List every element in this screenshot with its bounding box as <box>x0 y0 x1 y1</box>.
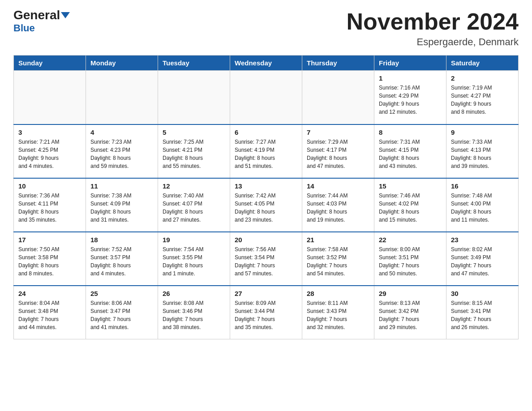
day-info: Sunrise: 7:19 AM Sunset: 4:27 PM Dayligh… <box>451 84 514 116</box>
day-number: 11 <box>90 182 153 190</box>
calendar-day-cell <box>14 71 86 124</box>
day-number: 8 <box>379 128 442 136</box>
calendar-day-cell: 10Sunrise: 7:36 AM Sunset: 4:11 PM Dayli… <box>14 178 86 232</box>
day-number: 20 <box>235 236 297 244</box>
day-number: 25 <box>90 290 153 297</box>
day-info: Sunrise: 7:46 AM Sunset: 4:02 PM Dayligh… <box>379 192 442 224</box>
calendar-day-cell <box>158 71 230 124</box>
day-info: Sunrise: 8:13 AM Sunset: 3:42 PM Dayligh… <box>379 299 442 331</box>
calendar-week-row: 3Sunrise: 7:21 AM Sunset: 4:25 PM Daylig… <box>14 124 519 178</box>
calendar-day-cell: 5Sunrise: 7:25 AM Sunset: 4:21 PM Daylig… <box>158 124 230 178</box>
month-title: November 2024 <box>347 9 519 34</box>
calendar-day-cell: 27Sunrise: 8:09 AM Sunset: 3:44 PM Dayli… <box>230 286 302 339</box>
day-info: Sunrise: 8:11 AM Sunset: 3:43 PM Dayligh… <box>307 299 369 331</box>
calendar-table: SundayMondayTuesdayWednesdayThursdayFrid… <box>13 55 519 339</box>
day-number: 26 <box>163 290 225 297</box>
day-info: Sunrise: 7:29 AM Sunset: 4:17 PM Dayligh… <box>307 138 369 170</box>
title-area: November 2024 Espergaerde, Denmark <box>347 9 519 48</box>
day-info: Sunrise: 7:21 AM Sunset: 4:25 PM Dayligh… <box>18 138 81 170</box>
calendar-day-cell <box>86 71 158 124</box>
calendar-day-cell: 3Sunrise: 7:21 AM Sunset: 4:25 PM Daylig… <box>14 124 86 178</box>
day-info: Sunrise: 7:25 AM Sunset: 4:21 PM Dayligh… <box>163 138 225 170</box>
calendar-day-cell: 25Sunrise: 8:06 AM Sunset: 3:47 PM Dayli… <box>86 286 158 339</box>
day-number: 6 <box>235 128 297 136</box>
day-of-week-header: Saturday <box>446 56 519 71</box>
day-info: Sunrise: 8:06 AM Sunset: 3:47 PM Dayligh… <box>90 299 153 331</box>
calendar-day-cell: 4Sunrise: 7:23 AM Sunset: 4:23 PM Daylig… <box>86 124 158 178</box>
logo-triangle-icon <box>61 12 70 18</box>
day-info: Sunrise: 7:38 AM Sunset: 4:09 PM Dayligh… <box>90 192 153 224</box>
day-info: Sunrise: 7:27 AM Sunset: 4:19 PM Dayligh… <box>235 138 297 170</box>
calendar-day-cell: 24Sunrise: 8:04 AM Sunset: 3:48 PM Dayli… <box>14 286 86 339</box>
day-info: Sunrise: 7:42 AM Sunset: 4:05 PM Dayligh… <box>235 192 297 224</box>
calendar-day-cell: 20Sunrise: 7:56 AM Sunset: 3:54 PM Dayli… <box>230 232 302 286</box>
day-of-week-header: Sunday <box>14 56 86 71</box>
page-header: General Blue November 2024 Espergaerde, … <box>13 9 519 48</box>
day-number: 3 <box>18 128 81 136</box>
calendar-week-row: 17Sunrise: 7:50 AM Sunset: 3:58 PM Dayli… <box>14 232 519 286</box>
calendar-day-cell: 28Sunrise: 8:11 AM Sunset: 3:43 PM Dayli… <box>302 286 374 339</box>
day-number: 1 <box>379 74 442 82</box>
day-number: 29 <box>379 290 442 297</box>
day-info: Sunrise: 8:04 AM Sunset: 3:48 PM Dayligh… <box>18 299 81 331</box>
day-info: Sunrise: 7:16 AM Sunset: 4:29 PM Dayligh… <box>379 84 442 116</box>
logo: General Blue <box>13 9 70 34</box>
day-info: Sunrise: 7:23 AM Sunset: 4:23 PM Dayligh… <box>90 138 153 170</box>
day-number: 28 <box>307 290 369 297</box>
day-number: 21 <box>307 236 369 244</box>
calendar-header-row: SundayMondayTuesdayWednesdayThursdayFrid… <box>14 56 519 71</box>
calendar-week-row: 10Sunrise: 7:36 AM Sunset: 4:11 PM Dayli… <box>14 178 519 232</box>
day-of-week-header: Monday <box>86 56 158 71</box>
day-number: 15 <box>379 182 442 190</box>
calendar-day-cell: 15Sunrise: 7:46 AM Sunset: 4:02 PM Dayli… <box>374 178 446 232</box>
day-info: Sunrise: 8:09 AM Sunset: 3:44 PM Dayligh… <box>235 299 297 331</box>
day-info: Sunrise: 7:40 AM Sunset: 4:07 PM Dayligh… <box>163 192 225 224</box>
calendar-day-cell: 13Sunrise: 7:42 AM Sunset: 4:05 PM Dayli… <box>230 178 302 232</box>
day-number: 9 <box>451 128 514 136</box>
day-number: 23 <box>451 236 514 244</box>
day-info: Sunrise: 8:15 AM Sunset: 3:41 PM Dayligh… <box>451 299 514 331</box>
day-number: 27 <box>235 290 297 297</box>
calendar-day-cell: 18Sunrise: 7:52 AM Sunset: 3:57 PM Dayli… <box>86 232 158 286</box>
calendar-day-cell: 14Sunrise: 7:44 AM Sunset: 4:03 PM Dayli… <box>302 178 374 232</box>
day-number: 5 <box>163 128 225 136</box>
calendar-day-cell: 9Sunrise: 7:33 AM Sunset: 4:13 PM Daylig… <box>446 124 519 178</box>
calendar-day-cell: 23Sunrise: 8:02 AM Sunset: 3:49 PM Dayli… <box>446 232 519 286</box>
calendar-day-cell: 16Sunrise: 7:48 AM Sunset: 4:00 PM Dayli… <box>446 178 519 232</box>
calendar-day-cell <box>230 71 302 124</box>
day-info: Sunrise: 8:08 AM Sunset: 3:46 PM Dayligh… <box>163 299 225 331</box>
logo-text-general: General <box>13 9 60 21</box>
day-info: Sunrise: 7:56 AM Sunset: 3:54 PM Dayligh… <box>235 245 297 278</box>
calendar-day-cell: 26Sunrise: 8:08 AM Sunset: 3:46 PM Dayli… <box>158 286 230 339</box>
day-of-week-header: Friday <box>374 56 446 71</box>
day-info: Sunrise: 7:31 AM Sunset: 4:15 PM Dayligh… <box>379 138 442 170</box>
calendar-day-cell: 29Sunrise: 8:13 AM Sunset: 3:42 PM Dayli… <box>374 286 446 339</box>
day-info: Sunrise: 7:44 AM Sunset: 4:03 PM Dayligh… <box>307 192 369 224</box>
day-of-week-header: Tuesday <box>158 56 230 71</box>
calendar-day-cell: 2Sunrise: 7:19 AM Sunset: 4:27 PM Daylig… <box>446 71 519 124</box>
day-number: 14 <box>307 182 369 190</box>
calendar-day-cell <box>302 71 374 124</box>
calendar-day-cell: 22Sunrise: 8:00 AM Sunset: 3:51 PM Dayli… <box>374 232 446 286</box>
day-of-week-header: Thursday <box>302 56 374 71</box>
day-number: 16 <box>451 182 514 190</box>
day-number: 18 <box>90 236 153 244</box>
calendar-week-row: 24Sunrise: 8:04 AM Sunset: 3:48 PM Dayli… <box>14 286 519 339</box>
calendar-day-cell: 1Sunrise: 7:16 AM Sunset: 4:29 PM Daylig… <box>374 71 446 124</box>
location-text: Espergaerde, Denmark <box>347 36 519 48</box>
day-number: 24 <box>18 290 81 297</box>
day-info: Sunrise: 7:52 AM Sunset: 3:57 PM Dayligh… <box>90 245 153 278</box>
day-info: Sunrise: 7:50 AM Sunset: 3:58 PM Dayligh… <box>18 245 81 278</box>
calendar-day-cell: 19Sunrise: 7:54 AM Sunset: 3:55 PM Dayli… <box>158 232 230 286</box>
day-info: Sunrise: 8:00 AM Sunset: 3:51 PM Dayligh… <box>379 245 442 278</box>
calendar-day-cell: 12Sunrise: 7:40 AM Sunset: 4:07 PM Dayli… <box>158 178 230 232</box>
calendar-day-cell: 30Sunrise: 8:15 AM Sunset: 3:41 PM Dayli… <box>446 286 519 339</box>
calendar-day-cell: 7Sunrise: 7:29 AM Sunset: 4:17 PM Daylig… <box>302 124 374 178</box>
day-of-week-header: Wednesday <box>230 56 302 71</box>
day-number: 10 <box>18 182 81 190</box>
day-number: 7 <box>307 128 369 136</box>
day-number: 17 <box>18 236 81 244</box>
calendar-day-cell: 21Sunrise: 7:58 AM Sunset: 3:52 PM Dayli… <box>302 232 374 286</box>
day-number: 13 <box>235 182 297 190</box>
day-number: 30 <box>451 290 514 297</box>
